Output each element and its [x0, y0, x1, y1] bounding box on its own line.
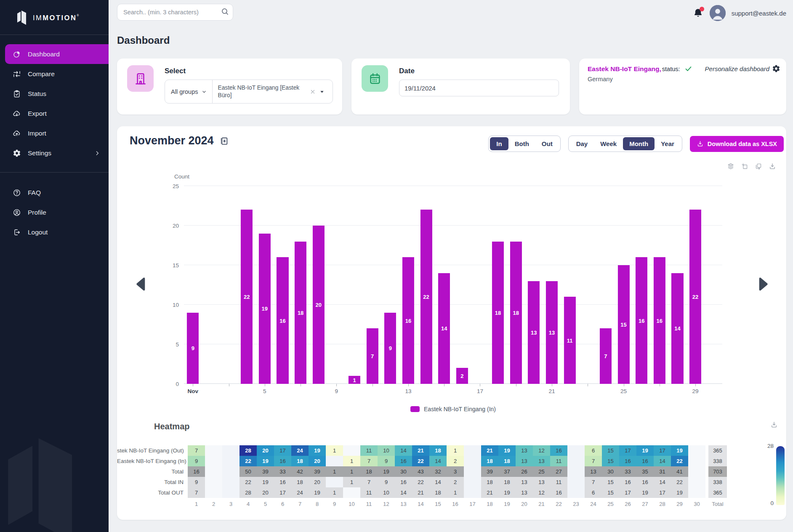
bar-day-6[interactable]: 16: [277, 257, 288, 384]
bar-day-18[interactable]: 18: [492, 242, 504, 384]
x-axis-tick: [660, 384, 660, 386]
bar-day-5[interactable]: 19: [259, 234, 271, 384]
chart-controls: InBothOut DayWeekMonthYear Download data…: [488, 136, 784, 152]
page-title: Dashboard: [117, 35, 793, 46]
download-icon: [769, 162, 776, 170]
heatmap-cell: 19: [671, 445, 688, 456]
sidebar-item-export[interactable]: Export: [0, 104, 109, 123]
heatmap-total-cell: 338: [708, 456, 727, 466]
bar-day-20[interactable]: 13: [528, 281, 540, 384]
bar-value-label: 14: [674, 325, 680, 332]
bar-day-8[interactable]: 20: [313, 226, 325, 384]
x-tick-label: 17: [477, 388, 483, 394]
heatmap-cell: 1: [343, 456, 360, 466]
toggle-year[interactable]: Year: [655, 137, 681, 150]
heatmap-cell: [222, 477, 239, 487]
chart-download-tool-button[interactable]: [769, 162, 776, 170]
heatmap-cell: 18: [291, 456, 309, 466]
reset-zoom-tool-button[interactable]: [755, 162, 762, 170]
heatmap-row: stek NB-IoT Eingang (Out)728201724191111…: [117, 445, 727, 456]
heatmap-cell: [222, 487, 239, 498]
arrow-left-icon: [132, 274, 150, 294]
heatmap-column-label: 11: [360, 501, 378, 507]
heatmap-cell: 13: [516, 477, 533, 487]
user-email: support@eastek.de: [732, 10, 786, 17]
next-period-button[interactable]: [754, 274, 772, 294]
bar-day-13[interactable]: 16: [402, 257, 414, 384]
bar-day-4[interactable]: 22: [241, 210, 253, 384]
avatar[interactable]: [710, 5, 726, 21]
chart-legend: Eastek NB-IoT Eingang (In): [184, 406, 722, 412]
heatmap-cell: 15: [602, 456, 619, 466]
heatmap-cell: 7: [188, 487, 205, 498]
bar-day-12[interactable]: 9: [384, 313, 396, 384]
heatmap-cell: 9: [378, 456, 395, 466]
heatmap-row-label: stek NB-IoT Eingang (Out): [117, 445, 188, 456]
open-dropdown-button[interactable]: [319, 88, 325, 95]
search-button[interactable]: [220, 7, 230, 17]
sidebar-item-settings[interactable]: Settings: [0, 143, 109, 163]
toggle-week[interactable]: Week: [594, 137, 623, 150]
x-axis-tick: [301, 384, 301, 386]
app-root: IMMOTION® DashboardCompareStatusExportIm…: [0, 0, 793, 532]
bar-day-16[interactable]: 2: [456, 368, 468, 384]
bar-day-1[interactable]: 9: [187, 313, 199, 384]
device-country: Germany: [588, 76, 778, 82]
search-input[interactable]: [117, 4, 233, 21]
box-select-tool-button[interactable]: [741, 162, 748, 170]
heatmap-cell: 18: [291, 477, 309, 487]
device-select[interactable]: Eastek NB-IoT Eingang [Eastek Büro]: [213, 82, 333, 102]
sidebar-item-faq[interactable]: FAQ: [0, 183, 109, 202]
bar-day-24[interactable]: 7: [600, 328, 612, 384]
bar-day-15[interactable]: 14: [438, 273, 450, 384]
bar-day-27[interactable]: 16: [654, 257, 665, 384]
group-select[interactable]: All groups: [165, 88, 212, 95]
sidebar-item-compare[interactable]: Compare: [0, 64, 109, 84]
bar-day-25[interactable]: 15: [617, 265, 629, 384]
sidebar-item-profile[interactable]: Profile: [0, 202, 109, 222]
bar-value-label: 22: [423, 294, 429, 300]
bar-day-11[interactable]: 7: [367, 328, 378, 384]
sidebar-item-status[interactable]: Status: [0, 84, 109, 104]
y-tick-label: 15: [160, 262, 179, 269]
heatmap-column-labels: 1234567891011121314151617181920212223242…: [117, 501, 727, 507]
bar-day-22[interactable]: 11: [564, 297, 576, 384]
bar-day-28[interactable]: 14: [671, 273, 683, 384]
clear-selection-button[interactable]: [309, 88, 316, 95]
chart-month-title: November 2024: [130, 134, 214, 147]
select-card-label: Select: [165, 67, 333, 75]
heatmap-column-label: 6: [274, 501, 291, 507]
bar-day-14[interactable]: 22: [420, 210, 432, 384]
heatmap-cell: 14: [429, 456, 447, 466]
bar-day-19[interactable]: 18: [510, 242, 522, 384]
notifications-button[interactable]: [692, 8, 704, 19]
heatmap-column-label: 28: [654, 501, 671, 507]
toggle-day[interactable]: Day: [570, 137, 594, 150]
bar-day-7[interactable]: 18: [295, 242, 306, 384]
heatmap-download-button[interactable]: [770, 421, 778, 428]
heatmap-cell: 39: [309, 466, 326, 477]
bar-day-26[interactable]: 16: [636, 257, 647, 384]
personalize-dashboard-button[interactable]: Personalize dashboard: [705, 64, 780, 73]
bar-day-29[interactable]: 22: [689, 210, 701, 384]
prev-period-button[interactable]: [132, 274, 150, 294]
personalize-label: Personalize dashboard: [705, 65, 769, 72]
heatmap-cell: 42: [291, 466, 309, 477]
download-xlsx-button[interactable]: Download data as XLSX: [690, 136, 784, 152]
sidebar-item-import[interactable]: Import: [0, 123, 109, 143]
heatmap-row: Total OUT7282017241911110142118121191312…: [117, 487, 727, 498]
heatmap-row: Total IN92219161820179162214218181313117…: [117, 477, 727, 487]
bar-day-21[interactable]: 13: [546, 281, 558, 384]
toggle-in[interactable]: In: [490, 137, 508, 150]
calendar-picker-button[interactable]: [219, 136, 229, 146]
y-tick-label: 0: [160, 381, 179, 387]
brand-name: IMMOTION®: [33, 14, 80, 22]
date-input[interactable]: [399, 80, 559, 96]
layers-tool-button[interactable]: [727, 162, 734, 170]
sidebar-item-dashboard[interactable]: Dashboard: [5, 44, 109, 64]
bar-day-10[interactable]: 1: [349, 376, 360, 384]
sidebar-item-logout[interactable]: Logout: [0, 222, 109, 242]
toggle-both[interactable]: Both: [508, 137, 535, 150]
toggle-month[interactable]: Month: [623, 137, 655, 150]
toggle-out[interactable]: Out: [535, 137, 559, 150]
